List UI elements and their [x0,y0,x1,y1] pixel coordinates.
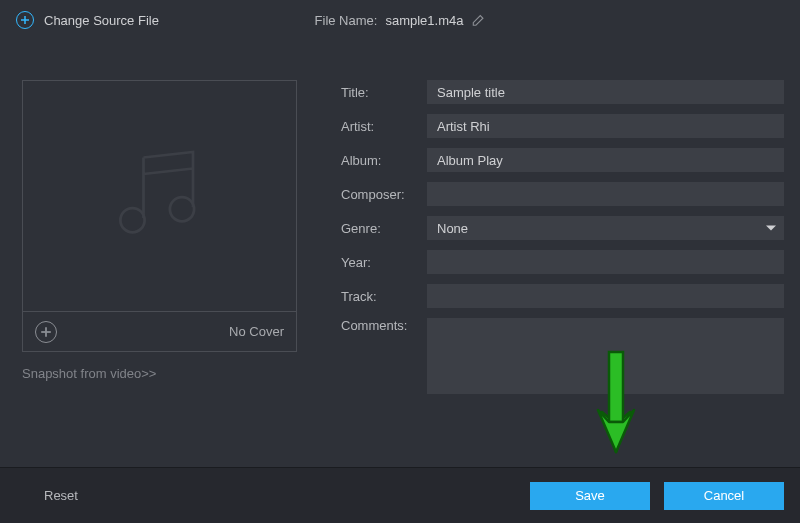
comments-input[interactable] [427,318,784,394]
file-name-label: File Name: [315,13,378,28]
album-input[interactable] [427,148,784,172]
main-content: No Cover Snapshot from video>> Title: Ar… [0,40,800,394]
cover-art-placeholder [22,80,297,312]
genre-select[interactable]: None [427,216,784,240]
genre-label: Genre: [341,221,421,236]
cover-footer: No Cover [22,312,297,352]
genre-value: None [427,216,784,240]
edit-filename-icon[interactable] [471,13,485,27]
svg-point-3 [169,197,193,221]
year-label: Year: [341,255,421,270]
title-label: Title: [341,85,421,100]
title-input[interactable] [427,80,784,104]
change-source-button[interactable]: Change Source File [16,11,159,29]
comments-label: Comments: [341,318,421,333]
chevron-down-icon [766,226,776,231]
artist-label: Artist: [341,119,421,134]
album-label: Album: [341,153,421,168]
add-cover-button[interactable] [35,321,57,343]
save-button[interactable]: Save [530,482,650,510]
file-name-value: sample1.m4a [385,13,463,28]
reset-button[interactable]: Reset [44,488,78,503]
no-cover-label: No Cover [229,324,284,339]
change-source-label: Change Source File [44,13,159,28]
metadata-form: Title: Artist: Album: Composer: Genre: N… [341,80,784,394]
plus-icon [16,11,34,29]
year-input[interactable] [427,250,784,274]
artist-input[interactable] [427,114,784,138]
music-note-icon [105,136,215,256]
track-input[interactable] [427,284,784,308]
file-name-display: File Name: sample1.m4a [315,13,486,28]
header: Change Source File File Name: sample1.m4… [0,0,800,40]
track-label: Track: [341,289,421,304]
composer-label: Composer: [341,187,421,202]
composer-input[interactable] [427,182,784,206]
snapshot-link[interactable]: Snapshot from video>> [22,366,297,381]
cancel-button[interactable]: Cancel [664,482,784,510]
cover-column: No Cover Snapshot from video>> [22,80,297,394]
footer: Reset Save Cancel [0,467,800,523]
svg-point-2 [120,208,144,232]
